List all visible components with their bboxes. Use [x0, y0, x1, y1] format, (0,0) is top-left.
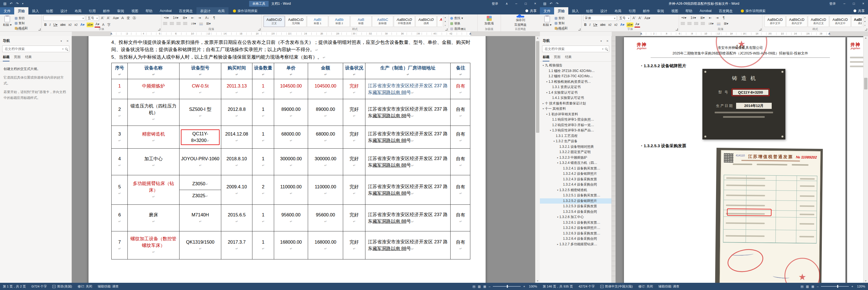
ribbon-tab-0[interactable]: 文件 — [0, 7, 14, 14]
print-layout-icon[interactable]: ▥ — [478, 285, 480, 288]
enclose-characters-button[interactable]: Ⓐ — [132, 16, 137, 21]
save-icon[interactable]: ▤ — [543, 2, 546, 6]
borders-button[interactable]: ⊞▾ — [206, 22, 212, 26]
zoom-percentage[interactable]: 100% — [528, 285, 537, 288]
zoom-in-button[interactable]: + — [523, 285, 525, 288]
style-chip-6[interactable]: AaBbCcD不明显强调 — [394, 16, 415, 27]
indent-marker-right[interactable] — [828, 33, 831, 34]
style-chip-7[interactable]: AaBbCcD强调 — [415, 16, 437, 27]
nav-tree-item-5[interactable]: ▾1.4 实验室认可证书 — [540, 90, 612, 96]
dialog-launcher-icon[interactable] — [578, 28, 581, 31]
ribbon-tab-6[interactable]: 引用 — [85, 7, 99, 14]
nav-tree-item-12[interactable]: ▾1.3 响应性评审3-本标产品… — [540, 128, 612, 133]
zoom-in-button[interactable]: + — [851, 285, 853, 288]
ribbon-tab-10[interactable]: 帮助 — [682, 7, 696, 14]
text-effects-button[interactable]: A▾ — [619, 23, 625, 27]
nav-tree-item-31[interactable]: 1.3.2.6.3 设备采购发票… — [540, 231, 612, 237]
ribbon-tab-11[interactable]: Acrobat — [696, 7, 715, 14]
nav-tab-headings[interactable]: 标题 — [3, 55, 9, 61]
zoom-out-button[interactable]: – — [817, 285, 818, 288]
track-changes-indicator[interactable]: 修订: 关闭 — [78, 284, 92, 289]
search-dropdown-icon[interactable]: ▾ — [602, 48, 603, 50]
nav-tab-headings[interactable]: 标题 — [543, 55, 549, 61]
page-indicator[interactable]: 第 146 页，共 935 页 — [543, 284, 573, 289]
nav-tree-item-16[interactable]: 1.3.2.2 固定资产证明 — [540, 149, 612, 155]
ribbon-tab-12[interactable]: 百度网盘 — [715, 7, 736, 14]
search-icon[interactable] — [65, 48, 67, 50]
zoom-out-button[interactable]: – — [489, 285, 490, 288]
ribbon-tab-12[interactable]: 百度网盘 — [175, 7, 196, 14]
equipment-table[interactable]: 序号↵设备名称↵设备型号↵购买时间↵设备数量↵单价↵金额↵设备状况↵生产（制造）… — [111, 63, 470, 259]
word-count[interactable]: 42724 个字 — [579, 284, 595, 289]
redo-icon[interactable]: ↷ — [16, 2, 19, 6]
scroll-down-icon[interactable]: ▼ — [535, 280, 540, 282]
nav-tree-item-13[interactable]: 1.3.1 工艺流程 — [540, 133, 612, 139]
increase-indent-button[interactable]: ⇥ — [715, 15, 719, 20]
save-icon[interactable]: ▤ — [3, 2, 6, 6]
zoom-slider[interactable] — [493, 286, 521, 287]
ribbon-display-options-icon[interactable]: ∧ — [502, 0, 512, 7]
nav-tree-item-26[interactable]: 1.3.2.5.3 设备采购发票 — [540, 204, 612, 209]
phonetic-guide-button[interactable]: 变 — [125, 16, 130, 21]
tree-expand-icon[interactable]: ▸ — [556, 156, 559, 159]
maximize-button[interactable]: □ — [849, 0, 859, 7]
superscript-button[interactable]: x2 — [73, 23, 79, 27]
tree-expand-icon[interactable]: ▾ — [556, 216, 559, 218]
style-chip-3[interactable]: AaBb标题 2 — [329, 16, 350, 27]
cut-button[interactable]: 剪切 — [15, 16, 28, 20]
superscript-button[interactable]: x2 — [613, 23, 618, 27]
zoom-knob[interactable] — [507, 285, 508, 288]
nav-search-input[interactable] — [544, 47, 600, 51]
print-layout-icon[interactable]: ▥ — [806, 285, 809, 288]
zoom-knob[interactable] — [837, 285, 838, 288]
change-case-button[interactable]: Aa▾ — [644, 16, 651, 21]
language-indicator[interactable]: 简体中文(中国大陆) — [600, 284, 633, 289]
nav-tree-item-19[interactable]: 1.3.2.4.1 设备购买发票… — [540, 166, 612, 171]
nav-tree-item-20[interactable]: 1.3.2.4.2 设备铭牌照片 — [540, 171, 612, 177]
nav-tree-item-27[interactable]: 1.3.2.5.4 设备采购合同 — [540, 209, 612, 215]
scroll-up-icon[interactable]: ▲ — [864, 37, 868, 39]
ribbon-tab-4[interactable]: 设计 — [57, 7, 71, 14]
track-changes-indicator[interactable]: 修订: 关闭 — [639, 284, 653, 289]
zoom-slider[interactable] — [821, 286, 849, 287]
line-spacing-button[interactable]: ↕≡▾ — [707, 22, 714, 26]
horizontal-ruler[interactable]: 24681012141618202224262830323436384042 — [72, 32, 540, 36]
nav-tree-item-11[interactable]: 1.2 响应性评审2-开标一览… — [540, 122, 612, 128]
shading-icon[interactable] — [717, 23, 720, 25]
vertical-scrollbar[interactable]: ▲ ▼ — [863, 36, 868, 283]
nav-tree-item-4[interactable]: 1.3.1 资质认定证书 — [540, 84, 612, 90]
justify-icon[interactable] — [701, 22, 705, 25]
align-center-icon[interactable] — [170, 22, 174, 25]
nav-tree-item-32[interactable]: 1.3.2.6.4 设备采购合同 — [540, 236, 612, 242]
strikethrough-button[interactable]: abc — [599, 23, 606, 27]
web-layout-icon[interactable]: ▦ — [811, 285, 814, 288]
text-effects-button[interactable]: A▾ — [80, 23, 86, 27]
justify-icon[interactable] — [183, 22, 187, 25]
vertical-ruler[interactable] — [612, 36, 616, 283]
italic-button[interactable]: I — [589, 23, 591, 27]
underline-button[interactable]: U▾ — [53, 23, 58, 27]
document-canvas[interactable]: ★ 144 井神 jingshen 淮安市井神钻采机具有限公司 2025年二期物… — [616, 36, 863, 283]
highlight-color-button[interactable]: ab▾ — [87, 23, 94, 27]
nav-tree-item-10[interactable]: 1.1 响应性评审1-营业执照… — [540, 117, 612, 122]
highlight-color-button[interactable]: ab▾ — [626, 23, 633, 27]
tree-expand-icon[interactable]: ▾ — [549, 129, 552, 132]
tree-expand-icon[interactable]: ▾ — [556, 189, 559, 191]
numbering-button[interactable]: 1≡▾ — [172, 15, 179, 20]
nav-tree-item-9[interactable]: ▾1 初步评审相关资料 — [540, 112, 612, 117]
font-size-combo[interactable]: 五号▾ — [618, 15, 631, 21]
cut-button[interactable]: 剪切 — [555, 16, 568, 20]
nav-tree-item-14[interactable]: ▾1.3.2 生产设备 — [540, 139, 612, 144]
scrollbar-thumb[interactable] — [864, 78, 867, 89]
copy-button[interactable]: 复制 — [15, 21, 28, 25]
tell-me-search[interactable]: 操作说明搜索 — [741, 7, 766, 14]
font-name-combo[interactable]: 宋体▾ — [583, 15, 617, 21]
redo-icon[interactable]: ↷ — [556, 2, 559, 6]
tree-expand-icon[interactable]: ▾ — [541, 108, 545, 110]
qat-customize-icon[interactable]: ▾ — [22, 2, 23, 5]
borders-button[interactable]: ⊞▾ — [723, 22, 729, 26]
save-to-baidu-button[interactable]: 保存到 百度网盘 — [513, 15, 528, 27]
ribbon-tab-5[interactable]: 布局 — [611, 7, 625, 14]
nav-tree-item-23[interactable]: ▾1.3.2.5 精密铸造机 — [540, 187, 612, 193]
decrease-indent-button[interactable]: ⇤ — [190, 15, 195, 20]
